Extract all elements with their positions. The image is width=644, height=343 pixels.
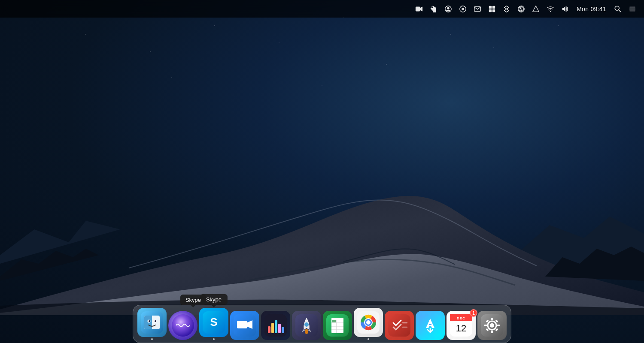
svg-rect-50: [332, 320, 336, 322]
evernote-icon[interactable]: [427, 4, 440, 14]
chrome-dot: [368, 338, 369, 340]
appstore-app-icon: [416, 311, 445, 340]
volume-icon[interactable]: [559, 4, 571, 14]
svg-point-43: [305, 329, 308, 334]
desktop: Mon 09:41 Skype: [0, 0, 644, 343]
svg-point-14: [550, 11, 551, 12]
dock-item-totals[interactable]: [261, 311, 290, 340]
dock-item-finder[interactable]: [137, 308, 167, 340]
dock-item-todoist[interactable]: [385, 311, 414, 340]
dock-item-rocket[interactable]: [292, 311, 321, 340]
svg-rect-8: [492, 6, 495, 8]
skype-dot: [213, 338, 215, 340]
dock-item-zoom[interactable]: [230, 311, 259, 340]
svg-rect-6: [474, 6, 480, 11]
svg-rect-74: [497, 325, 500, 326]
svg-point-70: [490, 323, 494, 328]
dock-container: Skype: [133, 305, 511, 343]
menubar-icons: Mon 09:41: [413, 4, 639, 14]
menubar-time: Mon 09:41: [573, 6, 610, 12]
svg-rect-36: [268, 326, 270, 333]
calendar-app-icon: DEC 12 1: [447, 311, 476, 340]
svg-rect-39: [278, 324, 281, 333]
sheets-app-icon: [323, 311, 352, 340]
svg-point-4: [462, 8, 464, 10]
googledrive-icon[interactable]: [529, 4, 542, 14]
skype-dock-tooltip: Skype: [200, 294, 228, 305]
skype-app-icon: S: [199, 308, 228, 337]
dock-item-sheets[interactable]: [323, 311, 352, 340]
dune-wallpaper: [0, 92, 644, 315]
svg-marker-1: [420, 6, 422, 11]
facetime-icon[interactable]: [413, 4, 425, 14]
wifi-icon[interactable]: [544, 4, 557, 14]
todoist-app-icon: [385, 311, 414, 340]
menubar: Mon 09:41: [0, 0, 644, 18]
fantastical-icon[interactable]: [486, 4, 498, 14]
svg-rect-33: [237, 321, 247, 328]
totals-app-icon: [261, 311, 290, 340]
svg-rect-9: [489, 9, 492, 12]
svg-text:12: 12: [456, 323, 466, 334]
siri-app-icon: [168, 311, 197, 340]
dock-item-siri[interactable]: [168, 311, 197, 340]
svg-marker-13: [533, 6, 539, 11]
dropbox-icon[interactable]: [500, 4, 513, 14]
svg-rect-24: [150, 316, 152, 329]
spotlight-icon[interactable]: [611, 4, 624, 14]
svg-point-55: [366, 320, 371, 325]
notificationcenter-icon[interactable]: [626, 4, 639, 14]
chrome-app-icon: [354, 308, 383, 337]
svg-text:DEC: DEC: [457, 316, 465, 320]
syspref-app-icon: [477, 311, 507, 340]
svg-rect-71: [491, 318, 493, 320]
svg-rect-10: [492, 9, 495, 12]
lastpass-icon[interactable]: [456, 4, 469, 14]
svg-marker-15: [562, 6, 565, 12]
svg-text:S: S: [210, 316, 217, 328]
svg-rect-37: [271, 323, 274, 333]
dock-item-chrome[interactable]: [354, 308, 383, 340]
svg-point-27: [149, 320, 150, 322]
svg-point-42: [304, 322, 309, 327]
svg-rect-0: [416, 6, 420, 11]
gmail-icon[interactable]: [471, 4, 484, 14]
dock-item-skype[interactable]: Skype S: [199, 308, 228, 340]
dock: Skype S: [133, 305, 511, 343]
cardhop-icon[interactable]: [442, 4, 455, 14]
finder-dot: [151, 338, 153, 340]
rocket-app-icon: [292, 311, 321, 340]
svg-rect-40: [282, 327, 284, 333]
svg-rect-7: [489, 6, 492, 8]
svg-rect-45: [331, 318, 343, 333]
svg-line-17: [619, 9, 621, 12]
calendar-badge: 1: [470, 309, 477, 317]
svg-rect-73: [484, 325, 487, 326]
svg-point-28: [155, 320, 156, 322]
dock-item-appstore[interactable]: [416, 311, 445, 340]
finder-app-icon: [137, 308, 167, 337]
skype-menubar-icon[interactable]: [515, 4, 528, 14]
svg-rect-72: [491, 331, 493, 333]
svg-rect-38: [275, 320, 277, 333]
dock-item-calendar[interactable]: DEC 12 1: [447, 311, 476, 340]
dock-item-syspref[interactable]: [477, 311, 507, 340]
zoom-app-icon: [230, 311, 259, 340]
